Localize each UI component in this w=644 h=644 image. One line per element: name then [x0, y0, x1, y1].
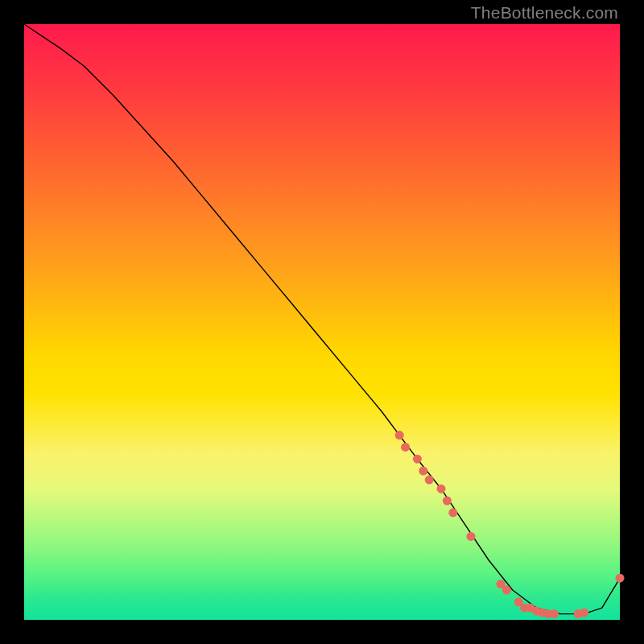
watermark-text: TheBottleneck.com	[471, 3, 618, 23]
data-point	[550, 609, 559, 618]
data-point	[395, 431, 404, 440]
data-point	[616, 574, 625, 583]
data-points	[395, 431, 625, 618]
data-point	[502, 586, 511, 595]
data-point	[448, 508, 457, 517]
chart-svg	[24, 24, 620, 620]
data-point	[467, 532, 476, 541]
data-point	[437, 485, 446, 493]
bottleneck-curve	[24, 24, 620, 614]
chart-frame: TheBottleneck.com	[0, 0, 644, 644]
data-point	[401, 443, 410, 452]
data-point	[413, 455, 422, 464]
data-point	[419, 467, 427, 476]
plot-area	[24, 24, 620, 620]
data-point	[443, 497, 452, 506]
data-point	[580, 609, 588, 617]
data-point	[425, 476, 434, 485]
